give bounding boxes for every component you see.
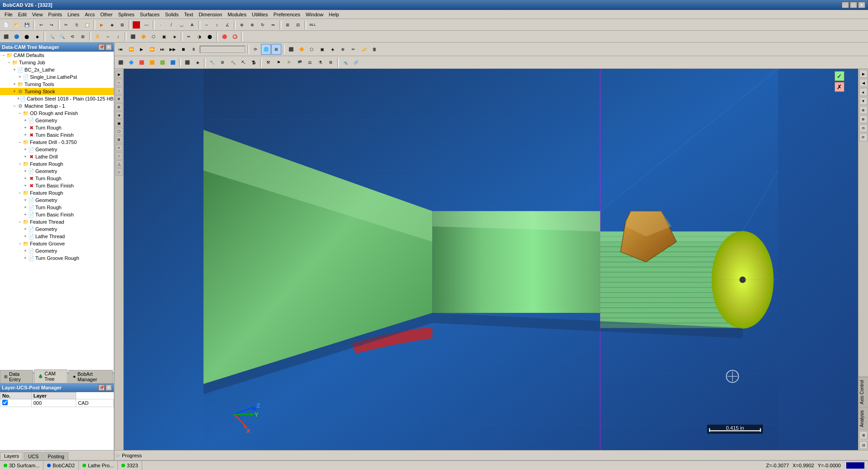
tb2-14[interactable]: ⬡ [149, 32, 159, 42]
tree-expander-turn-groove-rough[interactable]: + [23, 255, 28, 261]
tree-expander-thread-geometry[interactable]: + [23, 226, 28, 232]
vp2-2[interactable]: 🔷 [126, 57, 136, 68]
tree-item-feature-drill[interactable]: −📁Feature Drill - 0.3750 [0, 139, 114, 146]
menu-item-text[interactable]: Text [181, 11, 196, 18]
menu-item-arcs[interactable]: Arcs [82, 11, 97, 18]
vp2-4[interactable]: 🟧 [147, 57, 157, 68]
select-btn[interactable]: ▶ [96, 20, 106, 30]
layer-close[interactable]: × [106, 384, 112, 391]
vp-left-1[interactable]: ▶ [116, 71, 123, 78]
tree-item-carbon-steel[interactable]: +📄Carbon Steel 1018 - Plain (100-125 HB) [0, 95, 114, 102]
tb2-5[interactable]: 🔍 [47, 32, 57, 42]
axis-control-label[interactable]: Axis Control [858, 377, 868, 408]
tree-item-turn-basic-finish-2[interactable]: +✖Turn Basic Finish [0, 182, 114, 189]
vp2-5[interactable]: 🟩 [157, 57, 167, 68]
tree-expander-feature-drill[interactable]: − [17, 139, 23, 145]
open-btn[interactable]: 📂 [11, 20, 21, 30]
rs-6[interactable]: ⊗ [859, 115, 868, 123]
tree-item-lathe-drill[interactable]: +✖Lathe Drill [0, 153, 114, 160]
vp-play-all[interactable]: ▶▶ [168, 44, 178, 55]
vp-t2[interactable]: 🔶 [296, 44, 306, 55]
tree-item-single-line[interactable]: +📄Single_Line.LathePst [0, 73, 114, 81]
vp2-7[interactable]: ⬛ [182, 57, 192, 68]
menu-item-preferences[interactable]: Preferences [270, 11, 303, 18]
tree-expander-single-line[interactable]: + [17, 74, 23, 80]
menu-item-view[interactable]: View [29, 11, 46, 18]
vp-play[interactable]: ▶ [136, 44, 146, 55]
tree-item-feature-thread[interactable]: −📁Feature Thread [0, 218, 114, 225]
text-btn[interactable]: A [187, 20, 197, 30]
vp2-18[interactable]: ⚖ [305, 57, 315, 68]
tree-expander-feature-groove[interactable]: − [17, 241, 23, 246]
dim2-btn[interactable]: ↕ [212, 20, 222, 30]
rs-5[interactable]: ⊕ [859, 106, 868, 114]
tab-layers[interactable]: Layers [0, 452, 23, 460]
menu-item-edit[interactable]: Edit [15, 11, 29, 18]
tree-expander-turn-basic-finish-2[interactable]: + [23, 183, 28, 188]
vp-t4[interactable]: ▣ [317, 44, 327, 55]
vp-left-8[interactable]: ⬡ [116, 128, 123, 135]
rs-9[interactable]: ⊞ [859, 431, 868, 439]
view2-btn[interactable]: ⊟ [293, 20, 303, 30]
cam-tree-pin[interactable]: 📌 [98, 44, 105, 50]
vp2-13[interactable]: 🗜 [249, 57, 259, 68]
tb2-4[interactable]: ◆ [32, 32, 42, 42]
vp2-6[interactable]: 🟦 [168, 57, 178, 68]
menu-item-utilities[interactable]: Utilities [249, 11, 270, 18]
tb2-15[interactable]: ▣ [159, 32, 169, 42]
tree-expander-machine-setup[interactable]: − [12, 103, 17, 109]
vp2-10[interactable]: ⚙ [217, 57, 227, 68]
redo-btn[interactable]: ↪ [47, 20, 57, 30]
tree-item-feature-rough-2[interactable]: −📁Feature Rough [0, 189, 114, 197]
tree-item-rough1-geometry[interactable]: +📄Geometry [0, 168, 114, 175]
tree-item-od-rough-finish[interactable]: −📁OD Rough and Finish [0, 110, 114, 117]
tb2-16[interactable]: ◈ [169, 32, 179, 42]
vp-left-12[interactable]: △ [116, 160, 123, 168]
tree-expander-lathe-drill[interactable]: + [23, 154, 28, 159]
vp-left-13[interactable]: □ [116, 168, 123, 176]
tree-item-drill-geometry[interactable]: +📄Geometry [0, 146, 114, 153]
all-btn[interactable]: ALL [308, 20, 318, 30]
tb2-17[interactable]: ✏ [184, 32, 194, 42]
tree-expander-feature-rough-2[interactable]: − [17, 190, 23, 196]
layer-pin[interactable]: 📌 [98, 384, 105, 391]
tb2-10[interactable]: ↔ [103, 32, 113, 42]
vp-t9[interactable]: 🗑 [369, 44, 379, 55]
tab-posting[interactable]: Posting [43, 452, 68, 460]
vp2-22[interactable]: 🔗 [351, 57, 361, 68]
close-btn[interactable]: × [858, 2, 865, 8]
point-btn[interactable]: · [156, 20, 166, 30]
tree-item-cam-defaults[interactable]: −📁CAM Defaults [0, 52, 114, 59]
vp-t6[interactable]: ⊕ [338, 44, 348, 55]
tree-expander-turn-rough-3[interactable]: + [23, 205, 28, 210]
undo-btn[interactable]: ↩ [36, 20, 46, 30]
vp2-8[interactable]: ◈ [193, 57, 203, 68]
menu-item-points[interactable]: Points [45, 11, 65, 18]
vp-prev-start[interactable]: ⏮ [116, 44, 125, 55]
vp-left-10[interactable]: × [116, 144, 123, 151]
vp-prev[interactable]: ⏪ [126, 44, 136, 55]
tree-expander-lathe-thread[interactable]: + [23, 234, 28, 239]
tab-data-entry[interactable]: ⊞ Data Entry [0, 370, 33, 383]
rs-3[interactable]: ▲ [859, 88, 868, 96]
tree-expander-drill-geometry[interactable]: + [23, 147, 28, 152]
rs-2[interactable]: ◀ [859, 79, 868, 87]
color-btn[interactable] [133, 21, 140, 29]
tb2-9[interactable]: ✋ [92, 32, 102, 42]
mirror-btn[interactable]: ⇔ [268, 20, 278, 30]
vp-rotate-view[interactable]: ⟳ [251, 44, 260, 55]
tree-expander-turning-job[interactable]: − [6, 60, 12, 65]
tree-item-rough2-geometry[interactable]: +📄Geometry [0, 197, 114, 204]
view1-btn[interactable]: ⊞ [283, 20, 293, 30]
tree-expander-rough1-geometry[interactable]: + [23, 168, 28, 174]
tree-expander-rough2-geometry[interactable]: + [23, 197, 28, 203]
menu-item-solids[interactable]: Solids [162, 11, 181, 18]
rs-10[interactable]: ⊟ [859, 441, 868, 449]
vp-orbit[interactable]: 🌐 [261, 44, 271, 55]
vp2-12[interactable]: ⛏ [238, 57, 248, 68]
tree-expander-turn-rough-1[interactable]: + [23, 125, 28, 130]
tb2-2[interactable]: 🔵 [11, 32, 21, 42]
tree-item-turn-rough-2[interactable]: +✖Turn Rough [0, 175, 114, 182]
maximize-btn[interactable]: □ [850, 2, 857, 8]
vp-t8[interactable]: 🔑 [359, 44, 369, 55]
